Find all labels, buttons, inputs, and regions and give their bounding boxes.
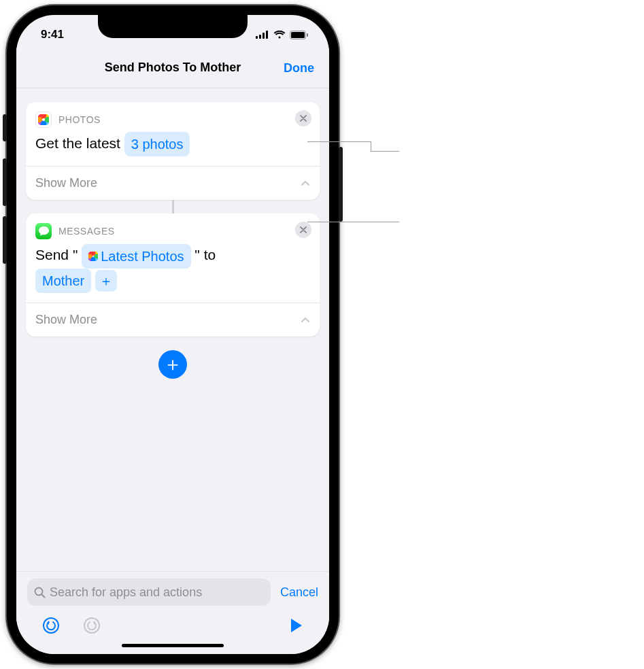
- photos-variable-icon: [88, 252, 98, 261]
- notch: [98, 15, 248, 38]
- redo-button: [83, 617, 101, 634]
- summary-text: Get the latest: [35, 135, 120, 151]
- show-more-button[interactable]: Show More: [35, 313, 97, 327]
- svg-point-9: [44, 618, 58, 633]
- remove-action-button[interactable]: [295, 110, 311, 126]
- app-label: PHOTOS: [58, 114, 101, 125]
- action-connector: [172, 200, 174, 213]
- run-button[interactable]: [290, 618, 303, 633]
- close-icon: [300, 115, 307, 122]
- param-recipient[interactable]: Mother: [35, 269, 91, 293]
- search-row: Search for apps and actions Cancel: [27, 579, 318, 606]
- param-photo-count[interactable]: 3 photos: [124, 132, 190, 156]
- show-more-button[interactable]: Show More: [35, 176, 97, 190]
- chevron-up-icon: [301, 178, 310, 189]
- editor-toolbar: [27, 606, 318, 640]
- svg-point-10: [84, 618, 99, 633]
- search-icon: [34, 587, 46, 598]
- variable-label: Latest Photos: [101, 245, 184, 267]
- close-quote: ": [194, 247, 199, 262]
- status-right: [256, 31, 309, 39]
- cellular-icon: [256, 31, 269, 39]
- photos-app-icon: [35, 112, 52, 128]
- callout-line-1b: [371, 151, 399, 152]
- card-footer[interactable]: Show More: [26, 166, 320, 200]
- param-variable-latest-photos[interactable]: Latest Photos: [82, 244, 190, 269]
- remove-action-button[interactable]: [295, 222, 311, 238]
- undo-button[interactable]: [42, 617, 60, 634]
- card-footer[interactable]: Show More: [26, 303, 320, 337]
- mute-switch: [3, 114, 7, 141]
- add-action-button[interactable]: ＋: [158, 350, 187, 379]
- action-summary: Get the latest 3 photos: [26, 132, 320, 166]
- chevron-up-icon: [301, 315, 310, 326]
- volume-up: [3, 158, 7, 206]
- svg-line-8: [41, 594, 44, 597]
- svg-rect-2: [262, 33, 265, 39]
- summary-to: to: [204, 247, 216, 262]
- home-indicator[interactable]: [122, 644, 224, 647]
- open-quote: ": [73, 247, 78, 262]
- action-summary: Send " Latest Photos " to Mother ＋: [26, 243, 320, 303]
- battery-icon: [290, 31, 309, 39]
- undo-icon: [42, 617, 60, 634]
- search-placeholder: Search for apps and actions: [50, 585, 202, 600]
- search-input[interactable]: Search for apps and actions: [27, 579, 271, 606]
- svg-rect-0: [256, 36, 258, 39]
- side-button: [339, 147, 343, 222]
- status-time: 9:41: [41, 28, 64, 41]
- action-card-messages[interactable]: MESSAGES Send " Latest Photos " to Moth: [26, 213, 320, 337]
- shortcut-editor[interactable]: PHOTOS Get the latest 3 photos Show More: [16, 88, 329, 571]
- action-card-photos[interactable]: PHOTOS Get the latest 3 photos Show More: [26, 102, 320, 200]
- phone-frame: 9:41 Send Photos To Mother Done PHOTOS: [7, 5, 339, 664]
- bottom-panel: Search for apps and actions Cancel: [16, 571, 329, 654]
- done-button[interactable]: Done: [284, 61, 314, 75]
- card-header: PHOTOS: [26, 102, 320, 132]
- callout-line-2: [307, 222, 399, 222]
- play-icon: [290, 618, 303, 633]
- svg-rect-5: [291, 32, 305, 38]
- redo-icon: [83, 617, 101, 634]
- svg-rect-3: [266, 31, 268, 39]
- nav-bar: Send Photos To Mother Done: [16, 48, 329, 88]
- svg-rect-6: [307, 33, 308, 37]
- callout-line-1: [307, 141, 371, 142]
- close-icon: [300, 226, 307, 233]
- card-header: MESSAGES: [26, 213, 320, 243]
- app-label: MESSAGES: [58, 226, 115, 237]
- summary-send: Send: [35, 247, 69, 262]
- page-title: Send Photos To Mother: [105, 61, 241, 75]
- add-recipient-button[interactable]: ＋: [95, 270, 117, 292]
- svg-rect-1: [259, 35, 261, 39]
- screen: 9:41 Send Photos To Mother Done PHOTOS: [16, 15, 329, 654]
- wifi-icon: [273, 31, 286, 39]
- messages-app-icon: [35, 223, 52, 239]
- cancel-button[interactable]: Cancel: [280, 585, 318, 600]
- volume-down: [3, 216, 7, 264]
